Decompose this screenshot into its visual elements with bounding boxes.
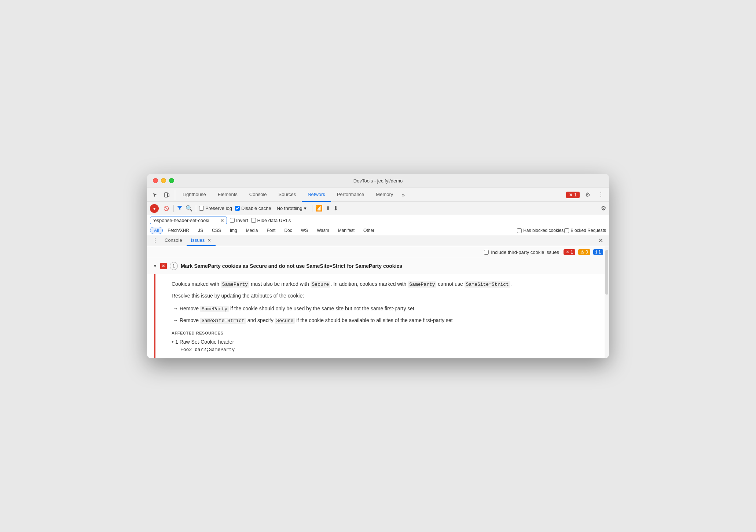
close-issues-tab-button[interactable]: ✕ bbox=[208, 238, 211, 243]
nav-tabs: Lighthouse Elements Console Sources Netw… bbox=[177, 188, 566, 202]
top-nav: Lighthouse Elements Console Sources Netw… bbox=[147, 188, 609, 202]
include-third-party-checkbox[interactable]: Include third-party cookie issues bbox=[484, 250, 559, 255]
tab-elements[interactable]: Elements bbox=[212, 188, 243, 202]
invert-checkbox[interactable]: Invert bbox=[230, 218, 248, 223]
search-icon[interactable]: 🔍 bbox=[186, 205, 193, 212]
warning-count-number: ⚠ 0 bbox=[578, 249, 590, 255]
issue-title: Mark SameParty cookies as Secure and do … bbox=[181, 263, 603, 269]
issue-bullet-1: Remove SameParty if the cookie should on… bbox=[172, 304, 600, 313]
issue-section: ▼ ✕ 1 Mark SameParty cookies as Secure a… bbox=[147, 258, 609, 358]
type-btn-wasm[interactable]: Wasm bbox=[313, 227, 333, 234]
error-count-badge: ✕ 1 bbox=[564, 249, 575, 255]
type-btn-img[interactable]: Img bbox=[226, 227, 241, 234]
tab-console-panel[interactable]: Console bbox=[160, 235, 187, 246]
issue-bullet-2: Remove SameSite=Strict and specify Secur… bbox=[172, 316, 600, 325]
upload-icon[interactable]: ⬆ bbox=[326, 205, 330, 212]
minimize-button[interactable] bbox=[161, 178, 166, 183]
issue-error-icon: ✕ bbox=[160, 263, 167, 269]
secure-code-1: Secure bbox=[311, 281, 331, 288]
search-input-wrap: ✕ bbox=[150, 217, 227, 224]
download-icon[interactable]: ⬇ bbox=[333, 205, 338, 212]
disable-cache-input[interactable] bbox=[235, 206, 240, 211]
blocked-requests-checkbox[interactable]: Blocked Requests bbox=[564, 228, 606, 233]
tab-issues-panel[interactable]: Issues ✕ bbox=[187, 235, 216, 246]
tab-performance[interactable]: Performance bbox=[331, 188, 370, 202]
tab-lighthouse[interactable]: Lighthouse bbox=[177, 188, 212, 202]
title-bar: DevTools - jec.fyi/demo bbox=[147, 174, 609, 188]
invert-input[interactable] bbox=[230, 218, 235, 223]
close-panel-button[interactable]: ✕ bbox=[595, 237, 606, 244]
tab-sources[interactable]: Sources bbox=[273, 188, 302, 202]
clear-button[interactable]: 🚫 bbox=[162, 204, 170, 213]
resource-expand-icon: ▾ bbox=[172, 339, 174, 344]
type-btn-manifest[interactable]: Manifest bbox=[334, 227, 359, 234]
throttle-arrow-icon: ▾ bbox=[304, 206, 307, 211]
type-btn-other[interactable]: Other bbox=[359, 227, 378, 234]
type-btn-doc[interactable]: Doc bbox=[280, 227, 296, 234]
maximize-button[interactable] bbox=[169, 178, 174, 183]
issue-header[interactable]: ▼ ✕ 1 Mark SameParty cookies as Secure a… bbox=[147, 258, 609, 274]
secure-code-2: Secure bbox=[275, 318, 295, 324]
scrollbar-thumb[interactable] bbox=[605, 250, 608, 295]
error-count-number: ✕ 1 bbox=[564, 249, 575, 255]
error-x-icon: ✕ bbox=[569, 192, 573, 197]
type-btn-media[interactable]: Media bbox=[242, 227, 262, 234]
resource-label: 1 Raw Set-Cookie header bbox=[175, 339, 234, 345]
panel-options-button[interactable]: ⋮ bbox=[150, 237, 160, 244]
more-tabs-button[interactable]: » bbox=[399, 192, 408, 198]
scrollbar[interactable] bbox=[605, 246, 609, 358]
disable-cache-label: Disable cache bbox=[241, 206, 271, 211]
svg-rect-1 bbox=[168, 194, 169, 197]
more-options-button[interactable]: ⋮ bbox=[596, 190, 606, 200]
has-blocked-cookies-input[interactable] bbox=[517, 228, 522, 233]
error-count: 1 bbox=[574, 192, 577, 197]
cursor-icon[interactable] bbox=[150, 190, 160, 200]
sameparty-code-3: SameParty bbox=[200, 306, 229, 312]
hide-data-urls-label: Hide data URLs bbox=[257, 218, 291, 223]
warning-count-badge: ⚠ 0 bbox=[578, 249, 590, 255]
error-badge[interactable]: ✕ 1 bbox=[566, 192, 580, 198]
toolbar-divider-1 bbox=[173, 205, 174, 212]
issue-body: Cookies marked with SameParty must also … bbox=[154, 274, 609, 358]
devtools-window: DevTools - jec.fyi/demo Lighthouse Eleme… bbox=[147, 174, 609, 358]
wifi-icon[interactable]: 📶 bbox=[315, 205, 323, 212]
device-mode-icon[interactable] bbox=[162, 190, 172, 200]
record-button[interactable]: ● bbox=[150, 204, 159, 213]
info-count-number: ℹ 1 bbox=[593, 249, 603, 255]
search-input[interactable] bbox=[153, 218, 219, 223]
throttle-label: No throttling bbox=[277, 206, 302, 211]
tab-memory[interactable]: Memory bbox=[370, 188, 399, 202]
settings-button[interactable]: ⚙ bbox=[583, 190, 593, 200]
hide-data-urls-input[interactable] bbox=[251, 218, 256, 223]
issue-description-text: Cookies marked with SameParty must also … bbox=[172, 280, 600, 289]
tab-console[interactable]: Console bbox=[243, 188, 273, 202]
disable-cache-checkbox[interactable]: Disable cache bbox=[235, 206, 271, 211]
type-btn-all[interactable]: All bbox=[150, 227, 163, 234]
toolbar-divider-3 bbox=[312, 205, 312, 212]
clear-search-button[interactable]: ✕ bbox=[220, 218, 224, 223]
tab-network[interactable]: Network bbox=[302, 188, 331, 202]
type-btn-ws[interactable]: WS bbox=[297, 227, 312, 234]
type-btn-font[interactable]: Font bbox=[263, 227, 279, 234]
preserve-log-checkbox[interactable]: Preserve log bbox=[199, 206, 232, 211]
preserve-log-input[interactable] bbox=[199, 206, 204, 211]
resource-item[interactable]: ▾ 1 Raw Set-Cookie header bbox=[172, 338, 600, 346]
blocked-requests-label: Blocked Requests bbox=[570, 228, 606, 233]
hide-data-urls-checkbox[interactable]: Hide data URLs bbox=[251, 218, 291, 223]
samesitestrict-code: SameSite=Strict bbox=[465, 281, 510, 288]
devtools-body: Lighthouse Elements Console Sources Netw… bbox=[147, 188, 609, 358]
network-settings-icon[interactable]: ⚙ bbox=[601, 205, 606, 212]
close-button[interactable] bbox=[153, 178, 158, 183]
filter-icon[interactable] bbox=[177, 205, 183, 212]
type-btn-js[interactable]: JS bbox=[194, 227, 207, 234]
has-blocked-cookies-checkbox[interactable]: Has blocked cookies bbox=[517, 228, 564, 233]
blocked-requests-input[interactable] bbox=[564, 228, 569, 233]
include-third-party-input[interactable] bbox=[484, 250, 489, 255]
panel-tabs: ⋮ Console Issues ✕ ✕ bbox=[147, 235, 609, 246]
window-title: DevTools - jec.fyi/demo bbox=[353, 178, 403, 184]
type-btn-css[interactable]: CSS bbox=[208, 227, 225, 234]
preserve-log-label: Preserve log bbox=[205, 206, 232, 211]
throttle-select[interactable]: No throttling ▾ bbox=[274, 204, 309, 212]
type-btn-fetch-xhr[interactable]: Fetch/XHR bbox=[164, 227, 193, 234]
issues-header-bar: Include third-party cookie issues ✕ 1 ⚠ … bbox=[147, 246, 609, 258]
